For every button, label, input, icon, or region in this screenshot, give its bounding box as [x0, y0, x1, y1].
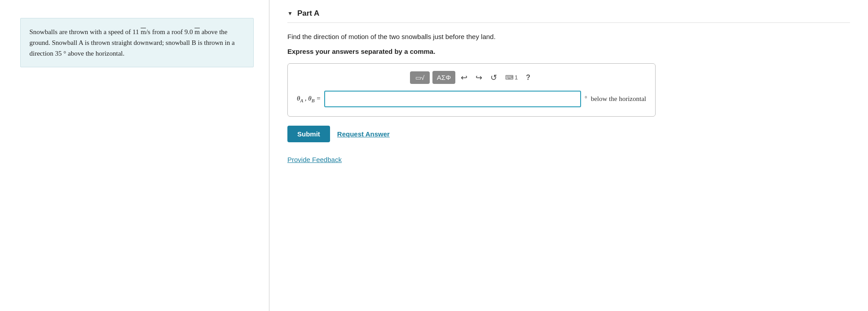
- problem-text: Snowballs are thrown with a speed of 11 …: [30, 28, 235, 57]
- toolbar: ▭√ ΑΣΦ ↩ ↪ ↺ ⌨ 1 ?: [297, 71, 646, 84]
- answer-box: ▭√ ΑΣΦ ↩ ↪ ↺ ⌨ 1 ? θA , θB: [287, 63, 656, 117]
- problem-box: Snowballs are thrown with a speed of 11 …: [20, 18, 254, 67]
- right-panel: ▼ Part A Find the direction of motion of…: [269, 0, 868, 311]
- degree-symbol: °: [585, 95, 587, 102]
- provide-feedback-button[interactable]: Provide Feedback: [287, 156, 342, 163]
- submit-button[interactable]: Submit: [287, 126, 330, 142]
- template-icon: ▭√: [415, 74, 425, 81]
- part-header: ▼ Part A: [287, 9, 850, 23]
- keyboard-icon: ⌨: [505, 74, 514, 81]
- action-row: Submit Request Answer: [287, 126, 850, 142]
- greek-button[interactable]: ΑΣΦ: [432, 71, 455, 84]
- redo-icon: ↪: [476, 73, 482, 82]
- help-icon: ?: [526, 74, 530, 81]
- undo-icon: ↩: [461, 73, 467, 82]
- greek-icon: ΑΣΦ: [437, 74, 451, 81]
- input-label: θA , θB =: [297, 95, 321, 103]
- redo-button[interactable]: ↪: [473, 71, 485, 84]
- question-text: Find the direction of motion of the two …: [287, 32, 850, 42]
- undo-button[interactable]: ↩: [458, 71, 470, 84]
- template-button[interactable]: ▭√: [410, 71, 430, 84]
- keyboard-button[interactable]: ⌨ 1: [502, 72, 520, 83]
- keyboard-num: 1: [515, 74, 518, 81]
- feedback-section: Provide Feedback: [287, 156, 850, 164]
- request-answer-button[interactable]: Request Answer: [337, 130, 390, 138]
- unit-label: below the horizontal: [591, 95, 646, 103]
- instructions-text: Express your answers separated by a comm…: [287, 48, 850, 55]
- answer-input[interactable]: [324, 91, 581, 107]
- chevron-down-icon: ▼: [287, 10, 293, 17]
- help-button[interactable]: ?: [523, 72, 533, 83]
- refresh-icon: ↺: [490, 73, 497, 82]
- part-title: Part A: [297, 9, 319, 18]
- left-panel: Snowballs are thrown with a speed of 11 …: [0, 0, 269, 311]
- input-row: θA , θB = ° below the horizontal: [297, 91, 646, 107]
- refresh-button[interactable]: ↺: [488, 71, 500, 84]
